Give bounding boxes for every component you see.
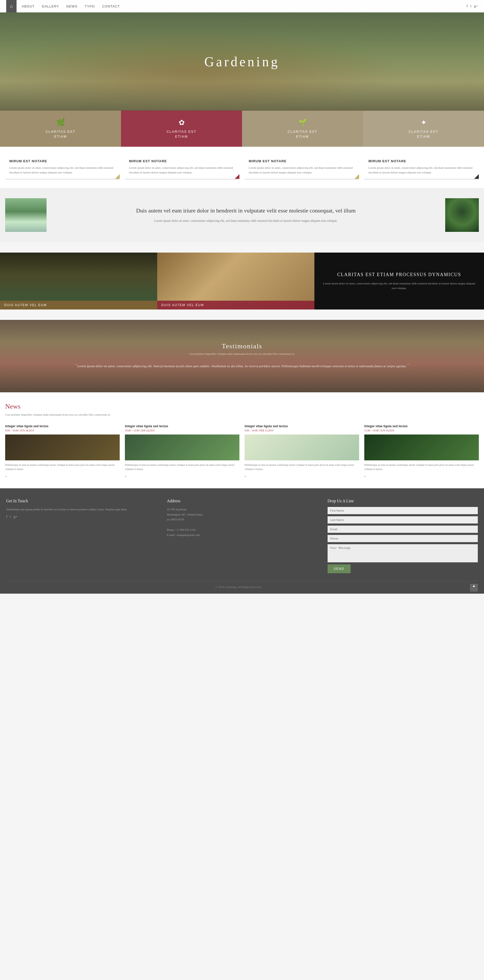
feature-label-4: CLARITAS ESTETIAM — [408, 129, 438, 139]
gallery-item-1[interactable]: DUIS AUTEM VEL EUM — [0, 253, 157, 310]
info-card-4: MIRUM EST NOTARE Lorem ipsum dolor sit a… — [364, 155, 479, 180]
last-name-input[interactable] — [328, 516, 478, 523]
news-card-2-more[interactable]: » — [125, 474, 127, 477]
news-card-1-title: Integer vitae ligula sed lectus — [5, 425, 120, 428]
footer-top: Get In Touch Vestibulum ante ipsum primi… — [6, 499, 478, 573]
footer-address-line-2: Washington, DC, United States, — [167, 512, 317, 517]
feature-box-4[interactable]: ✦ CLARITAS ESTETIAM — [363, 110, 484, 147]
news-card-4-more[interactable]: » — [364, 474, 366, 477]
news-card-1-image — [5, 434, 120, 460]
info-card-2-title: MIRUM EST NOTARE — [129, 159, 235, 163]
info-card-2-corner — [235, 174, 240, 179]
nav-news[interactable]: NEWS — [67, 5, 78, 8]
feature-box-2[interactable]: ✿ CLARITAS ESTETIAM — [121, 110, 242, 147]
footer-address-title: Address — [167, 499, 317, 503]
info-cards: MIRUM EST NOTARE Lorem ipsum dolor sit a… — [0, 147, 484, 188]
footer-twitter-icon[interactable]: t — [10, 515, 11, 519]
info-card-4-text: Lorem ipsum dolor sit amet, consectetuer… — [368, 165, 475, 175]
mid-content: Duis autem vel eum iriure dolor in hendr… — [53, 207, 439, 223]
info-card-1-corner — [115, 174, 120, 179]
nav-about[interactable]: ABOUT — [22, 5, 35, 8]
news-subtitle: Cras porttitor imperdiet volutpat nulla … — [5, 412, 479, 417]
news-card-3-title: Integer vitae ligula sed lectus — [244, 425, 359, 428]
gallery-overlay-1: DUIS AUTEM VEL EUM — [0, 301, 157, 310]
news-card-1: Integer vitae ligula sed lectus 8:00 – 1… — [5, 425, 120, 478]
gallery-section: DUIS AUTEM VEL EUM DUIS AUTEM VEL EUM CL… — [0, 253, 484, 310]
leaf-icon: 🌿 — [56, 118, 65, 127]
gallery-text-body: Lorem ipsum dolor sit amet, consectetuer… — [321, 281, 478, 290]
news-card-2-image — [125, 434, 240, 460]
info-card-3-title: MIRUM EST NOTARE — [249, 159, 355, 163]
news-card-1-text: Pellentesque ut urna eu mauris scelerisq… — [5, 463, 120, 471]
mid-image-left — [5, 198, 46, 232]
info-card-2-text: Lorem ipsum dolor sit amet, consectetuer… — [129, 165, 235, 175]
news-card-4: Integer vitae ligula sed lectus 11:00 – … — [364, 425, 479, 478]
footer-address-line-3: us-19832-6578 — [167, 517, 317, 522]
news-card-4-text: Pellentesque ut urna eu mauris scelerisq… — [364, 463, 479, 471]
gallery-item-3[interactable]: CLARITAS EST ETIAM PROCESSUS DYNAMICUS L… — [314, 253, 484, 310]
feature-box-1[interactable]: 🌿 CLARITAS ESTETIAM — [0, 110, 121, 147]
footer-col-address: Address 10-785 mg Road, Washington, DC, … — [167, 499, 317, 573]
news-section: News Cras porttitor imperdiet volutpat n… — [0, 392, 484, 488]
news-card-2-text: Pellentesque ut urna eu mauris scelerisq… — [125, 463, 240, 471]
home-button[interactable]: ⌂ — [6, 0, 17, 13]
flower-icon: ✿ — [179, 118, 185, 127]
first-name-input[interactable] — [328, 507, 478, 514]
info-card-3-text: Lorem ipsum dolor sit amet, consectetuer… — [249, 165, 355, 175]
news-title: News — [5, 402, 479, 410]
nav-links: ABOUT GALLERY NEWS TYPO CONTACT — [22, 5, 467, 8]
feature-label-2: CLARITAS ESTETIAM — [167, 129, 197, 139]
googleplus-icon[interactable]: g+ — [474, 4, 478, 8]
gallery-overlay-2: DUIS AUTEM VEL EUM — [157, 301, 314, 310]
footer-facebook-icon[interactable]: f — [6, 515, 8, 519]
facebook-icon[interactable]: f — [467, 4, 468, 8]
email-input[interactable] — [328, 526, 478, 533]
phone-input[interactable] — [328, 535, 478, 542]
footer-address-line-1: 10-785 mg Road, — [167, 507, 317, 512]
footer: Get In Touch Vestibulum ante ipsum primi… — [0, 488, 484, 593]
feature-label-1: CLARITAS ESTETIAM — [46, 129, 76, 139]
navigation: ⌂ ABOUT GALLERY NEWS TYPO CONTACT f t g+ — [0, 0, 484, 13]
feature-boxes: 🌿 CLARITAS ESTETIAM ✿ CLARITAS ESTETIAM … — [0, 110, 484, 147]
info-card-3: MIRUM EST NOTARE Lorem ipsum dolor sit a… — [244, 155, 359, 180]
message-input[interactable] — [328, 544, 478, 562]
footer-col-form: Drop Us A Line SEND — [328, 499, 478, 573]
nav-gallery[interactable]: GALLERY — [42, 5, 59, 8]
info-card-4-title: MIRUM EST NOTARE — [368, 159, 475, 163]
news-card-1-more[interactable]: » — [5, 474, 7, 477]
footer-googleplus-icon[interactable]: g+ — [14, 515, 17, 519]
gallery-item-2[interactable]: DUIS AUTEM VEL EUM — [157, 253, 314, 310]
news-card-2-title: Integer vitae ligula sed lectus — [125, 425, 240, 428]
news-card-3-date: 9:00 – 10:00 | FEB 15,2019 — [244, 429, 359, 432]
footer-address-email: E-mail : example@mail.com — [167, 533, 317, 538]
news-card-4-title: Integer vitae ligula sed lectus — [364, 425, 479, 428]
mid-title: Duis autem vel eum iriure dolor in hendr… — [53, 207, 439, 215]
footer-get-in-touch-title: Get In Touch — [6, 499, 156, 503]
news-card-3-more[interactable]: » — [244, 474, 246, 477]
mid-image-right — [445, 198, 479, 232]
news-card-2: Integer vitae ligula sed lectus 10:00 – … — [125, 425, 240, 478]
info-card-3-corner — [354, 174, 359, 179]
info-card-1-text: Lorem ipsum dolor sit amet, consectetuer… — [9, 165, 116, 175]
news-card-1-date: 8:00 – 10:00 | JUN 28,2019 — [5, 429, 120, 432]
compass-icon: ✦ — [421, 118, 427, 127]
sprout-icon: 🌱 — [298, 118, 307, 127]
news-card-3: Integer vitae ligula sed lectus 9:00 – 1… — [244, 425, 359, 478]
nav-contact[interactable]: CONTACT — [102, 5, 120, 8]
news-cards: Integer vitae ligula sed lectus 8:00 – 1… — [5, 425, 479, 478]
footer-address-phone: Phone : +1 900 876 1234 — [167, 527, 317, 533]
nav-typo[interactable]: TYPO — [85, 5, 95, 8]
hero-title: Gardening — [204, 54, 279, 69]
feature-box-3[interactable]: 🌱 CLARITAS ESTETIAM — [242, 110, 363, 147]
copyright-text: © 2019 Gardening. All Rights Reserved — [215, 585, 261, 589]
news-card-4-image — [364, 434, 479, 460]
gallery-label-1: DUIS AUTEM VEL EUM — [4, 303, 47, 307]
news-card-3-text: Pellentesque ut urna eu mauris scelerisq… — [244, 463, 359, 471]
footer-back-top[interactable]: ▲ — [470, 584, 478, 592]
info-card-1-title: MIRUM EST NOTARE — [9, 159, 116, 163]
send-button[interactable]: SEND — [328, 565, 351, 573]
testimonials-section: Testimonials Cras porttitor imperdiet vo… — [0, 320, 484, 392]
twitter-icon[interactable]: t — [470, 4, 471, 8]
feature-label-3: CLARITAS ESTETIAM — [287, 129, 317, 139]
testimonials-title: Testimonials — [222, 342, 262, 350]
